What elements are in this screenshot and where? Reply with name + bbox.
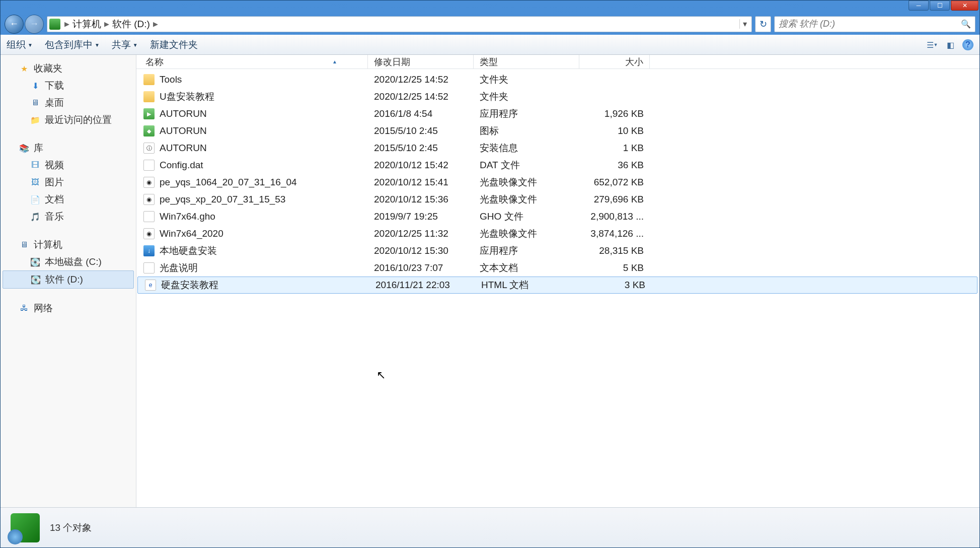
file-name-cell: ◉pe_yqs_xp_20_07_31_15_53 bbox=[136, 194, 368, 205]
star-icon: ★ bbox=[19, 63, 30, 74]
breadcrumb-computer[interactable]: 计算机 bbox=[70, 18, 103, 31]
drive-large-icon bbox=[11, 513, 40, 542]
file-row[interactable]: ◆AUTORUN2015/5/10 2:45图标10 KB bbox=[136, 122, 979, 140]
column-date[interactable]: 修改日期 bbox=[368, 55, 474, 68]
refresh-button[interactable]: ↻ bbox=[755, 16, 771, 32]
folder-icon bbox=[143, 91, 155, 102]
breadcrumb-sep-icon: ▶ bbox=[152, 20, 159, 28]
file-row[interactable]: ⓘAUTORUN2015/5/10 2:45安装信息1 KB bbox=[136, 140, 979, 157]
forward-button[interactable]: → bbox=[25, 15, 44, 34]
navigation-pane: ★收藏夹 ⬇下载 🖥桌面 📁最近访问的位置 📚库 🎞视频 🖼图片 📄文档 🎵音乐… bbox=[1, 55, 136, 507]
favorites-header[interactable]: ★收藏夹 bbox=[1, 60, 136, 77]
new-folder-button[interactable]: 新建文件夹 bbox=[150, 38, 198, 51]
search-input[interactable] bbox=[779, 19, 961, 29]
file-type-cell: DAT 文件 bbox=[474, 159, 579, 172]
file-type-cell: 光盘映像文件 bbox=[474, 176, 579, 189]
back-button[interactable]: ← bbox=[5, 15, 24, 34]
sidebar-item-documents[interactable]: 📄文档 bbox=[1, 191, 136, 208]
view-options-button[interactable]: ☰ ▼ bbox=[926, 39, 938, 51]
sidebar-item-downloads[interactable]: ⬇下载 bbox=[1, 77, 136, 94]
network-header[interactable]: 🖧网络 bbox=[1, 300, 136, 317]
file-row[interactable]: ◉pe_yqs_1064_20_07_31_16_042020/10/12 15… bbox=[136, 174, 979, 191]
sb-label: 图片 bbox=[45, 176, 64, 189]
minimize-button[interactable]: ─ bbox=[909, 1, 929, 11]
include-library-menu[interactable]: 包含到库中▼ bbox=[45, 38, 100, 51]
share-label: 共享 bbox=[112, 38, 131, 51]
file-size-cell: 3,874,126 ... bbox=[579, 228, 650, 239]
favorites-group: ★收藏夹 ⬇下载 🖥桌面 📁最近访问的位置 bbox=[1, 60, 136, 128]
file-type-cell: 光盘映像文件 bbox=[474, 227, 579, 240]
file-date-cell: 2016/11/21 22:03 bbox=[369, 280, 475, 291]
file-row[interactable]: Config.dat2020/10/12 15:42DAT 文件36 KB bbox=[136, 157, 979, 174]
file-row[interactable]: ◉pe_yqs_xp_20_07_31_15_532020/10/12 15:3… bbox=[136, 191, 979, 208]
body: ★收藏夹 ⬇下载 🖥桌面 📁最近访问的位置 📚库 🎞视频 🖼图片 📄文档 🎵音乐… bbox=[1, 55, 979, 507]
disc-icon: ◉ bbox=[143, 177, 155, 188]
file-name-cell: ⓘAUTORUN bbox=[136, 143, 368, 154]
file-row[interactable]: U盘安装教程2020/12/25 14:52文件夹 bbox=[136, 88, 979, 105]
breadcrumb-current[interactable]: 软件 (D:) bbox=[110, 18, 152, 31]
sb-label: 视频 bbox=[45, 159, 64, 172]
toolbar-right: ☰ ▼ ◧ ? bbox=[926, 39, 973, 51]
preview-pane-button[interactable]: ◧ bbox=[944, 39, 956, 51]
sb-label: 软件 (D:) bbox=[45, 273, 83, 286]
file-name-label: Tools bbox=[160, 74, 182, 85]
column-name[interactable]: 名称▲ bbox=[136, 55, 368, 68]
file-name-label: pe_yqs_xp_20_07_31_15_53 bbox=[160, 194, 285, 205]
share-menu[interactable]: 共享▼ bbox=[112, 38, 138, 51]
address-dropdown[interactable]: ▾ bbox=[739, 19, 749, 29]
folder-icon bbox=[143, 74, 155, 85]
library-header[interactable]: 📚库 bbox=[1, 140, 136, 157]
file-name-label: 硬盘安装教程 bbox=[161, 279, 218, 292]
sb-label: 桌面 bbox=[45, 96, 64, 109]
close-button[interactable]: ✕ bbox=[951, 1, 978, 11]
sidebar-item-music[interactable]: 🎵音乐 bbox=[1, 208, 136, 225]
file-size-cell: 1 KB bbox=[579, 143, 650, 154]
file-row[interactable]: ▶AUTORUN2016/1/8 4:54应用程序1,926 KB bbox=[136, 105, 979, 122]
app-icon: ▶ bbox=[143, 108, 155, 119]
file-row[interactable]: Win7x64.gho2019/9/7 19:25GHO 文件2,900,813… bbox=[136, 208, 979, 225]
column-type[interactable]: 类型 bbox=[474, 55, 579, 68]
file-row[interactable]: e硬盘安装教程2016/11/21 22:03HTML 文档3 KB bbox=[137, 277, 977, 294]
file-row[interactable]: ◉Win7x64_20202020/12/25 11:32光盘映像文件3,874… bbox=[136, 225, 979, 242]
breadcrumb-sep-icon: ▶ bbox=[103, 20, 110, 28]
file-type-cell: 光盘映像文件 bbox=[474, 193, 579, 206]
network-label: 网络 bbox=[34, 302, 53, 315]
sidebar-item-recent[interactable]: 📁最近访问的位置 bbox=[1, 111, 136, 128]
col-label: 名称 bbox=[145, 56, 164, 68]
network-icon: 🖧 bbox=[19, 303, 30, 313]
sidebar-item-pictures[interactable]: 🖼图片 bbox=[1, 174, 136, 191]
sb-label: 文档 bbox=[45, 193, 64, 206]
file-date-cell: 2020/10/12 15:41 bbox=[368, 177, 474, 188]
sidebar-item-videos[interactable]: 🎞视频 bbox=[1, 157, 136, 174]
network-group: 🖧网络 bbox=[1, 300, 136, 317]
status-text: 13 个对象 bbox=[50, 521, 92, 534]
desktop-icon: 🖥 bbox=[30, 98, 41, 108]
search-icon[interactable]: 🔍 bbox=[961, 19, 971, 29]
sort-asc-icon: ▲ bbox=[332, 59, 337, 64]
computer-label: 计算机 bbox=[34, 238, 62, 251]
file-size-cell: 3 KB bbox=[581, 280, 651, 291]
favorites-label: 收藏夹 bbox=[34, 62, 62, 75]
file-date-cell: 2020/10/12 15:42 bbox=[368, 160, 474, 171]
file-row[interactable]: Tools2020/12/25 14:52文件夹 bbox=[136, 71, 979, 88]
file-row[interactable]: 光盘说明2016/10/23 7:07文本文档5 KB bbox=[136, 259, 979, 277]
chevron-down-icon: ▼ bbox=[28, 42, 33, 48]
computer-header[interactable]: 🖥计算机 bbox=[1, 236, 136, 253]
window-controls: ─ ☐ ✕ bbox=[909, 1, 978, 11]
column-size[interactable]: 大小 bbox=[579, 55, 650, 68]
file-date-cell: 2020/12/25 14:52 bbox=[368, 91, 474, 102]
music-icon: 🎵 bbox=[30, 212, 41, 222]
sidebar-item-drive-d[interactable]: 💽软件 (D:) bbox=[3, 270, 134, 289]
sidebar-item-drive-c[interactable]: 💽本地磁盘 (C:) bbox=[1, 253, 136, 270]
search-box[interactable]: 🔍 bbox=[774, 16, 975, 32]
sidebar-item-desktop[interactable]: 🖥桌面 bbox=[1, 94, 136, 111]
organize-menu[interactable]: 组织▼ bbox=[7, 38, 33, 51]
help-button[interactable]: ? bbox=[962, 39, 973, 50]
address-bar[interactable]: ▶ 计算机 ▶ 软件 (D:) ▶ ▾ bbox=[47, 16, 752, 32]
documents-icon: 📄 bbox=[30, 194, 41, 204]
maximize-button[interactable]: ☐ bbox=[930, 1, 950, 11]
file-date-cell: 2016/10/23 7:07 bbox=[368, 262, 474, 273]
status-bar: 13 个对象 bbox=[1, 507, 979, 547]
file-row[interactable]: ↓本地硬盘安装2020/10/12 15:30应用程序28,315 KB bbox=[136, 242, 979, 259]
file-type-cell: 图标 bbox=[474, 124, 579, 138]
